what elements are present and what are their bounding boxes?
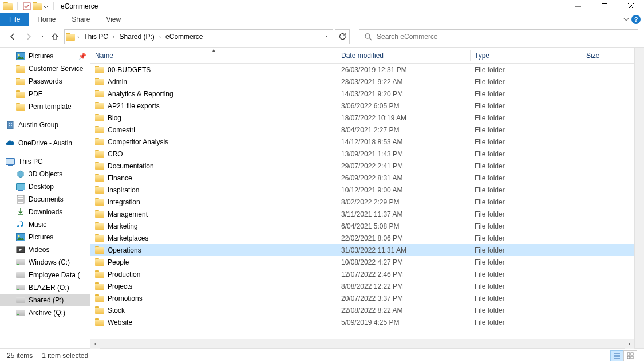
minimize-button[interactable]	[565, 0, 591, 13]
sidebar-pc-item[interactable]: Desktop	[0, 180, 90, 193]
qat-dropdown-icon[interactable]	[43, 2, 49, 11]
sidebar-pc-item[interactable]: Downloads	[0, 206, 90, 218]
details-view-button[interactable]	[610, 350, 624, 361]
folder-icon	[16, 102, 25, 111]
breadcrumb-shared[interactable]: Shared (P:)	[117, 30, 156, 44]
thumbnails-view-button[interactable]	[623, 350, 637, 361]
address-bar[interactable]: › This PC › Shared (P:) › eCommerce	[64, 29, 333, 44]
tab-share[interactable]: Share	[64, 13, 98, 26]
table-row[interactable]: Analytics & Reporting 14/03/2021 9:20 PM…	[90, 88, 634, 100]
row-name: Blog	[108, 114, 121, 122]
folder-icon	[16, 64, 25, 73]
folder-icon	[95, 210, 104, 219]
column-size[interactable]: Size	[582, 48, 634, 63]
refresh-button[interactable]	[335, 29, 350, 44]
sidebar-quick-item[interactable]: Passwords	[0, 75, 90, 88]
qat-properties-icon[interactable]	[22, 2, 31, 11]
tab-home[interactable]: Home	[29, 13, 64, 26]
sidebar-quick-item[interactable]: PDF	[0, 88, 90, 100]
sidebar-group-item[interactable]: OneDrive - Austin	[0, 137, 90, 149]
svg-rect-29	[627, 356, 630, 359]
scroll-right-icon[interactable]: ›	[625, 339, 634, 349]
sidebar-pc-item[interactable]: BLAZER (O:)	[0, 281, 90, 294]
table-row[interactable]: Operations 31/03/2022 11:31 AM File fold…	[90, 244, 634, 256]
table-row[interactable]: Competitor Analysis 14/12/2018 8:53 AM F…	[90, 136, 634, 148]
chevron-right-icon[interactable]: ›	[158, 34, 162, 40]
sidebar-pc-item[interactable]: Videos	[0, 243, 90, 256]
sidebar-quick-item[interactable]: Pictures📌	[0, 50, 90, 62]
sidebar-quick-item[interactable]: Customer Service	[0, 62, 90, 75]
maximize-button[interactable]	[591, 0, 618, 13]
vertical-scrollbar[interactable]	[634, 48, 644, 348]
horizontal-scrollbar[interactable]: ‹ ›	[90, 339, 634, 348]
sidebar-pc-item[interactable]: Shared (P:)	[0, 294, 90, 306]
tab-view[interactable]: View	[98, 13, 129, 26]
row-date: 8/02/2022 2:29 PM	[337, 198, 470, 206]
row-date: 31/03/2022 11:31 AM	[337, 246, 470, 254]
folder-icon	[95, 101, 104, 111]
qat-newfolder-icon[interactable]	[33, 2, 42, 11]
downloads-icon	[16, 207, 25, 217]
sidebar-quick-item[interactable]: Perri template	[0, 100, 90, 113]
table-row[interactable]: Promotions 20/07/2022 3:37 PM File folde…	[90, 292, 634, 304]
table-row[interactable]: Inspiration 10/12/2021 9:00 AM File fold…	[90, 184, 634, 196]
row-date: 14/03/2021 9:20 PM	[337, 90, 470, 98]
forward-button[interactable]	[22, 30, 35, 44]
table-row[interactable]: CRO 13/09/2021 1:43 PM File folder	[90, 148, 634, 160]
column-type[interactable]: Type	[470, 48, 582, 63]
table-row[interactable]: Stock 22/08/2022 8:22 AM File folder	[90, 304, 634, 316]
table-row[interactable]: Marketplaces 22/02/2021 8:06 PM File fol…	[90, 232, 634, 244]
row-name: Admin	[108, 78, 127, 86]
breadcrumb-this-pc[interactable]: This PC	[81, 30, 110, 44]
help-icon[interactable]: ?	[631, 15, 641, 24]
sidebar-pc-item[interactable]: Windows (C:)	[0, 256, 90, 269]
ribbon-expand-icon[interactable]	[623, 17, 629, 22]
table-row[interactable]: Website 5/09/2019 4:25 PM File folder	[90, 316, 634, 328]
column-date[interactable]: Date modified	[337, 48, 470, 63]
scroll-left-icon[interactable]: ‹	[90, 339, 100, 349]
table-row[interactable]: Production 12/07/2022 2:46 PM File folde…	[90, 268, 634, 280]
table-row[interactable]: AP21 file exports 3/06/2022 6:05 PM File…	[90, 100, 634, 112]
search-input[interactable]	[377, 33, 633, 41]
file-tab[interactable]: File	[0, 13, 29, 26]
table-row[interactable]: 00-BUDGETS 26/03/2019 12:31 PM File fold…	[90, 64, 634, 76]
table-row[interactable]: Integration 8/02/2022 2:29 PM File folde…	[90, 196, 634, 208]
row-type: File folder	[470, 150, 582, 158]
column-name[interactable]: Name▴	[90, 48, 337, 63]
table-row[interactable]: People 10/08/2022 4:27 PM File folder	[90, 256, 634, 268]
row-date: 10/12/2021 9:00 AM	[337, 186, 470, 194]
close-button[interactable]	[618, 0, 644, 13]
row-name: People	[108, 258, 129, 266]
address-dropdown-icon[interactable]	[320, 34, 331, 39]
sidebar-pc-item[interactable]: Documents	[0, 193, 90, 206]
table-row[interactable]: Marketing 6/04/2021 5:08 PM File folder	[90, 220, 634, 232]
chevron-right-icon[interactable]: ›	[76, 34, 80, 40]
sidebar-pc-item[interactable]: Music	[0, 218, 90, 231]
sidebar-pc-item[interactable]: Pictures	[0, 231, 90, 243]
table-row[interactable]: Documentation 29/07/2022 2:41 PM File fo…	[90, 160, 634, 172]
chevron-right-icon[interactable]: ›	[112, 34, 116, 40]
breadcrumb-ecommerce[interactable]: eCommerce	[163, 30, 205, 44]
table-row[interactable]: Management 3/11/2021 11:37 AM File folde…	[90, 208, 634, 220]
sidebar-pc-item[interactable]: 3D Objects	[0, 168, 90, 180]
table-row[interactable]: Projects 8/08/2022 12:22 PM File folder	[90, 280, 634, 292]
pictures-icon	[16, 233, 25, 242]
table-row[interactable]: Admin 23/03/2021 9:22 AM File folder	[90, 76, 634, 88]
table-row[interactable]: Blog 18/07/2022 10:19 AM File folder	[90, 112, 634, 124]
column-name-label: Name	[95, 52, 113, 60]
table-row[interactable]: Finance 26/09/2022 8:31 AM File folder	[90, 172, 634, 184]
row-name: Inspiration	[108, 186, 139, 194]
sidebar-item-label: OneDrive - Austin	[18, 139, 72, 147]
sidebar-group-item[interactable]: Austin Group	[0, 119, 90, 131]
table-row[interactable]: Comestri 8/04/2021 2:27 PM File folder	[90, 124, 634, 136]
recent-dropdown-icon[interactable]	[38, 30, 46, 44]
folder-icon	[95, 162, 104, 171]
search-box[interactable]	[359, 29, 638, 44]
folder-icon	[95, 318, 104, 327]
sidebar-pc-item[interactable]: Employee Data (	[0, 269, 90, 281]
drive-icon	[16, 296, 25, 305]
sidebar-this-pc[interactable]: This PC	[0, 155, 90, 168]
back-button[interactable]	[6, 30, 19, 44]
sidebar-pc-item[interactable]: Archive (Q:)	[0, 306, 90, 319]
up-button[interactable]	[48, 30, 62, 44]
